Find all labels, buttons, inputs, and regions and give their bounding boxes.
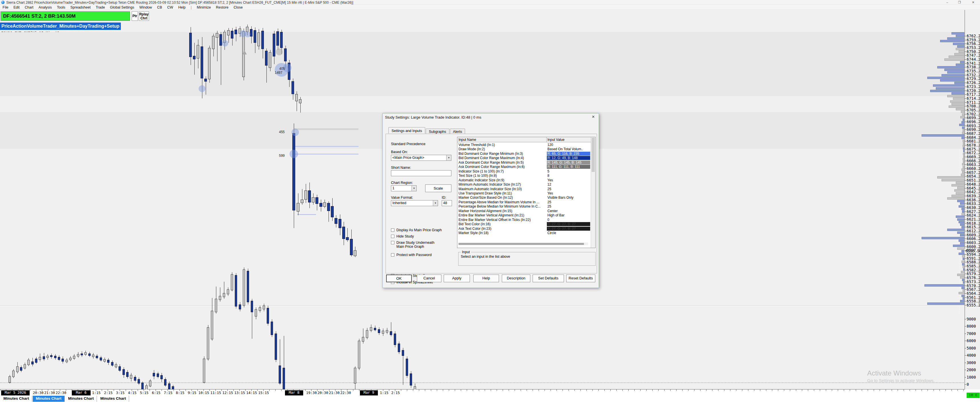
reset-defaults-button[interactable]: Reset Defaults [566, 274, 595, 282]
input-row[interactable]: Bid Dominant Color Range Maximum (In:4)R… [457, 156, 591, 160]
volume-profile-bar [962, 171, 964, 173]
value-format-dropdown[interactable]: Inherited ▼ [391, 200, 438, 206]
menu-restore[interactable]: Restore [213, 5, 231, 10]
checkbox-label[interactable]: Protect with Password [396, 253, 432, 257]
volume-profile-bar [947, 95, 964, 97]
input-name: Use Transparent Draw Style (In:11) [458, 191, 545, 195]
input-row[interactable]: Minimum Automatic Indicator Size (In:17)… [457, 182, 591, 187]
title-bar: Sierra Chart 2882 PriceActionVolumeTrade… [0, 0, 980, 5]
chart-region-dropdown[interactable]: 1 ▼ [391, 185, 417, 191]
input-row[interactable]: Volume Threshold (In:1)120 [457, 142, 591, 147]
restore-icon[interactable]: ❐ [955, 0, 964, 5]
menu-edit[interactable]: Edit [11, 5, 22, 10]
menu-cb[interactable]: CB [154, 5, 164, 10]
dialog-tab-subgraphs[interactable]: Subgraphs [426, 129, 449, 134]
apply-button[interactable]: Apply [444, 274, 470, 282]
input-row[interactable]: Text Size (1 to 100) (In:8)8 [457, 173, 591, 178]
input-row[interactable]: Bid Dominant Color Range Minimum (In:3)R… [457, 152, 591, 156]
candlestick [378, 329, 380, 333]
set-defaults-button[interactable]: Set Defaults [533, 274, 564, 282]
input-row[interactable]: Marker Horizontal Alignment (In:15)Cente… [457, 209, 591, 213]
dialog-tab-settings-and-inputs[interactable]: Settings and Inputs [388, 127, 425, 134]
input-row[interactable]: Ask Text Color (In:23)R: 27, G: 27, B: 2… [457, 227, 591, 231]
input-row[interactable]: Draw Mode (In:2)Based On Total Volum.. [457, 147, 591, 152]
menu-analysis[interactable]: Analysis [36, 5, 54, 10]
scrollbar-thumb[interactable] [592, 138, 595, 172]
price-axis-tick [965, 48, 966, 48]
input-row[interactable]: Ask Dominant Color Range Maximum (In:6)R… [457, 164, 591, 169]
input-row[interactable]: Maximum Automatic Indicator Size (In:10)… [457, 187, 591, 191]
time-axis-label: 14:15 [246, 391, 257, 395]
input-row[interactable]: Bid Text Color (In:16)R: 27, G: 27, B: 2… [457, 222, 591, 227]
time-axis[interactable]: Mar 5 2026 ThMar 6 FrMar 8 SuMar 9 Mo20:… [0, 389, 980, 396]
input-row[interactable]: Marker Color/Size Based On (In:12)Visibl… [457, 195, 591, 200]
chevron-down-icon[interactable]: ▼ [433, 201, 438, 206]
volume-profile-bar [949, 56, 964, 58]
menu-tools[interactable]: Tools [54, 5, 68, 10]
input-group-label: Input [461, 250, 471, 254]
menu-spreadsheet[interactable]: Spreadsheet [68, 5, 93, 10]
volume-profile-bar [930, 90, 964, 92]
input-name: Percentage Below Median for Minimum Volu… [458, 204, 545, 208]
chart-tab[interactable]: Minutes Chart [65, 396, 97, 402]
menu-window[interactable]: Window [137, 5, 154, 10]
menu-cw[interactable]: CW [165, 5, 176, 10]
checkbox-label[interactable]: Hide Study [396, 234, 414, 238]
close-icon[interactable]: ✕ [969, 0, 977, 5]
input-row[interactable]: Use Transparent Draw Style (In:11)Yes [457, 191, 591, 196]
price-axis-tick [965, 71, 966, 71]
menu-trade[interactable]: Trade [93, 5, 107, 10]
input-row[interactable]: Percentage Below Median for Minimum Volu… [457, 204, 591, 209]
candlestick [219, 296, 221, 300]
input-row[interactable]: Entire Bar Marker Vertical Offset in Tic… [457, 217, 591, 222]
checkbox-label[interactable]: Display As Main Price Graph [396, 228, 442, 232]
cancel-button[interactable]: Cancel [417, 274, 441, 282]
chart-tab[interactable]: Minutes Chart [33, 396, 65, 402]
checkbox[interactable] [391, 234, 395, 238]
chart-region-divider[interactable] [0, 305, 965, 306]
chart-tab[interactable]: Minutes Chart [0, 396, 32, 402]
menu-bar: FileEditChartAnalysisToolsSpreadsheetTra… [0, 5, 980, 10]
candlestick [251, 301, 253, 312]
candlestick [8, 376, 11, 383]
chevron-down-icon[interactable]: ▼ [446, 155, 451, 161]
input-row[interactable]: Marker Style (In:18)Circle [457, 231, 591, 235]
minimize-icon[interactable]: – [943, 0, 951, 5]
based-on-value: <Main Price Graph> [392, 156, 424, 160]
input-row[interactable]: Indicator Size (1 to 100) (In:7)5 [457, 169, 591, 174]
chart-tab[interactable]: Minutes Chart [97, 396, 129, 402]
based-on-dropdown[interactable]: <Main Price Graph> ▼ [391, 155, 452, 161]
checkbox[interactable] [391, 228, 395, 232]
candlestick [119, 366, 121, 371]
menu-file[interactable]: File [0, 5, 11, 10]
candlestick [130, 375, 132, 379]
dialog-close-icon[interactable]: ✕ [591, 115, 596, 120]
menu-help[interactable]: Help [176, 5, 188, 10]
input-row[interactable]: Ask Dominant Color Range Minimum (In:5)R… [457, 160, 591, 165]
dialog-tab-alerts[interactable]: Alerts [450, 129, 465, 134]
volume-profile-bar [963, 155, 964, 158]
short-name-input[interactable] [391, 170, 452, 176]
checkbox-label[interactable]: Draw Study UnderneathMain Price Graph [396, 241, 434, 249]
volume-profile-bar [962, 211, 964, 213]
scale-button[interactable]: Scale [425, 185, 452, 192]
table-vertical-scrollbar[interactable] [591, 137, 595, 248]
menu-global-settings[interactable]: Global Settings [107, 5, 137, 10]
volume-profile-bar [962, 255, 964, 257]
description-button[interactable]: Description [502, 274, 530, 282]
help-button[interactable]: Help [473, 274, 499, 282]
checkbox[interactable] [391, 241, 395, 244]
checkbox[interactable] [391, 253, 395, 257]
candlestick [208, 48, 211, 79]
menu-close[interactable]: Close [231, 5, 245, 10]
scrollbar-thumb[interactable] [458, 243, 584, 245]
input-row[interactable]: Automatic Indicator Size (In:9)Yes [457, 178, 591, 182]
table-horizontal-scrollbar[interactable] [458, 242, 588, 245]
input-row[interactable]: Entire Bar Marker Vertical Alignment (In… [457, 213, 591, 217]
menu-chart[interactable]: Chart [22, 5, 36, 10]
input-row[interactable]: Percentage Above Median for Maximum Volu… [457, 200, 591, 204]
chevron-down-icon[interactable]: ▼ [412, 186, 416, 191]
ok-button[interactable]: OK [386, 274, 412, 282]
menu-minimize[interactable]: Minimize [194, 5, 213, 10]
study-id-input[interactable]: 48 [442, 200, 452, 206]
